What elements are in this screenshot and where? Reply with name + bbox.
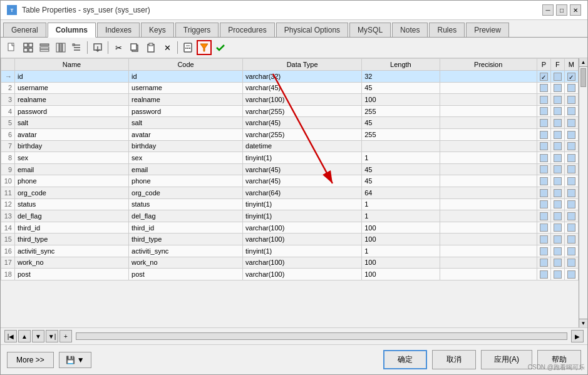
cell-m[interactable]: [564, 117, 578, 129]
cell-precision[interactable]: [440, 175, 537, 187]
m-checkbox[interactable]: [567, 200, 575, 208]
cell-name[interactable]: del_flag: [15, 210, 129, 222]
table-row[interactable]: 6 avatar avatar varchar(255) 255: [1, 128, 579, 140]
cell-precision[interactable]: [440, 105, 537, 117]
cell-m[interactable]: [564, 105, 578, 117]
cell-precision[interactable]: [440, 269, 537, 280]
table-scroll[interactable]: Name Code Data Type Length Precision P F…: [1, 58, 579, 327]
f-checkbox[interactable]: [554, 200, 562, 208]
cell-m[interactable]: [564, 152, 578, 164]
table-row[interactable]: 10 phone phone varchar(45) 45: [1, 175, 579, 187]
cell-length[interactable]: 100: [362, 269, 440, 280]
cell-length[interactable]: 100: [362, 234, 440, 245]
cell-datatype[interactable]: varchar(45): [243, 163, 362, 175]
cell-name[interactable]: realname: [15, 94, 129, 106]
cell-precision[interactable]: [440, 117, 537, 129]
cell-code[interactable]: work_no: [129, 257, 243, 269]
table-row[interactable]: 18 post post varchar(100) 100: [1, 269, 579, 280]
cell-name[interactable]: email: [15, 163, 129, 175]
tree-button[interactable]: [70, 40, 85, 55]
cell-f[interactable]: [550, 187, 564, 198]
cell-name[interactable]: third_id: [15, 222, 129, 234]
cell-precision[interactable]: [440, 234, 537, 245]
cell-precision[interactable]: [440, 94, 537, 106]
cell-name[interactable]: password: [15, 105, 129, 117]
validate-button[interactable]: [213, 40, 228, 55]
cell-datatype[interactable]: varchar(45): [243, 117, 362, 129]
cell-f[interactable]: [550, 163, 564, 175]
p-checkbox[interactable]: [540, 131, 548, 139]
scroll-thumb[interactable]: [580, 68, 586, 87]
p-checkbox[interactable]: [540, 223, 548, 232]
cell-m[interactable]: [564, 257, 578, 269]
table-row[interactable]: 3 realname realname varchar(100) 100: [1, 94, 579, 106]
cell-length[interactable]: 45: [362, 117, 440, 129]
cell-p[interactable]: [537, 210, 550, 222]
delete-button[interactable]: ✕: [160, 40, 175, 55]
p-checkbox[interactable]: [540, 212, 548, 220]
cell-f[interactable]: [550, 210, 564, 222]
tab-rules[interactable]: Rules: [429, 23, 465, 37]
list-button[interactable]: [37, 40, 52, 55]
cell-f[interactable]: [550, 71, 564, 83]
cell-p[interactable]: [537, 222, 550, 234]
table-row[interactable]: 12 status status tinyint(1) 1: [1, 198, 579, 210]
cell-datatype[interactable]: varchar(100): [243, 269, 362, 280]
cell-p[interactable]: [537, 128, 550, 140]
new-sheet-button[interactable]: [4, 40, 19, 55]
p-checkbox[interactable]: [540, 154, 548, 162]
cell-name[interactable]: birthday: [15, 140, 129, 152]
import-button[interactable]: [90, 40, 105, 55]
cell-code[interactable]: activiti_sync: [129, 245, 243, 257]
f-checkbox[interactable]: [554, 223, 562, 232]
cell-length[interactable]: 100: [362, 94, 440, 106]
table-row[interactable]: 8 sex sex tinyint(1) 1: [1, 152, 579, 164]
cell-length[interactable]: 100: [362, 257, 440, 269]
cell-m[interactable]: [564, 71, 578, 83]
cell-precision[interactable]: [440, 163, 537, 175]
cell-code[interactable]: phone: [129, 175, 243, 187]
cell-code[interactable]: realname: [129, 94, 243, 106]
m-checkbox[interactable]: [567, 165, 575, 173]
tab-procedures[interactable]: Procedures: [220, 23, 274, 37]
cell-precision[interactable]: [440, 222, 537, 234]
table-row[interactable]: 4 password password varchar(255) 255: [1, 105, 579, 117]
cell-code[interactable]: birthday: [129, 140, 243, 152]
cell-name[interactable]: work_no: [15, 257, 129, 269]
cell-precision[interactable]: [440, 128, 537, 140]
table-row[interactable]: 5 salt salt varchar(45) 45: [1, 117, 579, 129]
grid-button[interactable]: [21, 40, 36, 55]
scroll-right-button[interactable]: ▶: [571, 330, 584, 342]
cell-m[interactable]: [564, 175, 578, 187]
cell-datatype[interactable]: varchar(255): [243, 128, 362, 140]
cell-length[interactable]: 1: [362, 198, 440, 210]
cell-precision[interactable]: [440, 187, 537, 198]
cell-datatype[interactable]: tinyint(1): [243, 198, 362, 210]
tab-columns[interactable]: Columns: [48, 23, 96, 38]
cell-f[interactable]: [550, 140, 564, 152]
cell-precision[interactable]: [440, 71, 537, 83]
cancel-button[interactable]: 取消: [432, 350, 476, 369]
cell-length[interactable]: 100: [362, 222, 440, 234]
cell-length[interactable]: 1: [362, 210, 440, 222]
cell-code[interactable]: email: [129, 163, 243, 175]
cell-length[interactable]: 45: [362, 175, 440, 187]
cell-m[interactable]: [564, 82, 578, 94]
nav-first-button[interactable]: |◀: [4, 330, 17, 342]
cell-f[interactable]: [550, 117, 564, 129]
cell-p[interactable]: [537, 245, 550, 257]
f-checkbox[interactable]: [554, 165, 562, 173]
cell-p[interactable]: [537, 105, 550, 117]
p-checkbox[interactable]: [540, 73, 548, 81]
cell-length[interactable]: 45: [362, 163, 440, 175]
cell-length[interactable]: 255: [362, 128, 440, 140]
f-checkbox[interactable]: [554, 107, 562, 115]
cell-name[interactable]: activiti_sync: [15, 245, 129, 257]
cell-p[interactable]: [537, 175, 550, 187]
cell-p[interactable]: [537, 198, 550, 210]
f-checkbox[interactable]: [554, 270, 562, 279]
cell-p[interactable]: [537, 163, 550, 175]
m-checkbox[interactable]: [567, 142, 575, 150]
m-checkbox[interactable]: [567, 223, 575, 232]
cut-button[interactable]: ✂: [111, 40, 126, 55]
